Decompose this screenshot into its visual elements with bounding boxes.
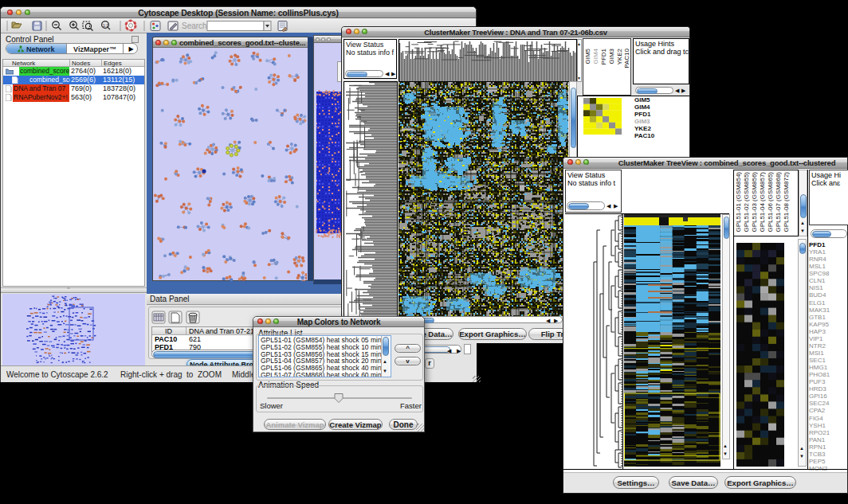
svg-text:Search:: Search: [182, 21, 209, 30]
svg-text:1:1: 1:1 [103, 23, 108, 28]
